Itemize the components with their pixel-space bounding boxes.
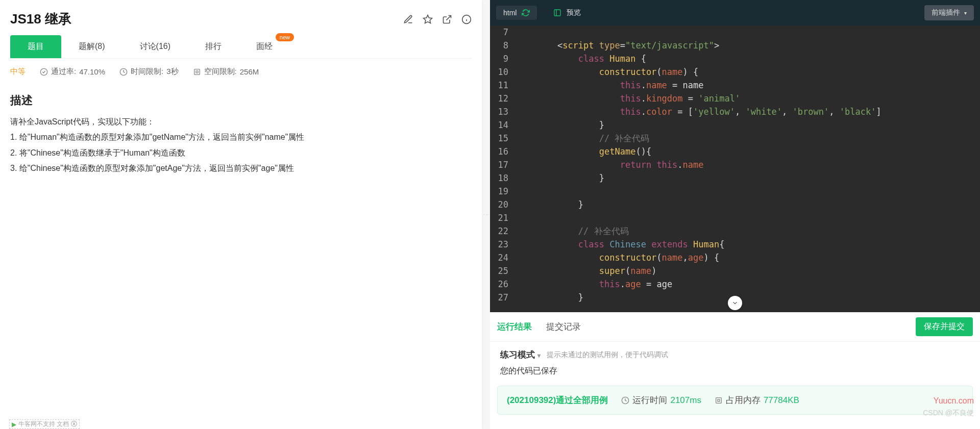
tab-solution[interactable]: 题解(8)	[61, 35, 122, 58]
title-actions	[403, 14, 472, 24]
difficulty: 中等	[10, 67, 26, 77]
problem-tabs: 题目 题解(8) 讨论(16) 排行 面经 new	[10, 35, 472, 59]
problem-title: JS18 继承	[10, 10, 71, 28]
result-bar: 运行结果 提交记录 保存并提交	[490, 312, 980, 342]
practice-row: 练习模式 ▾ 提示未通过的测试用例，便于代码调试	[490, 342, 980, 364]
code-editor[interactable]: 78 <script type="text/javascript">9 clas…	[490, 26, 980, 312]
tab-interview[interactable]: 面经 new	[239, 35, 290, 58]
refresh-icon[interactable]	[522, 9, 530, 17]
desc-line: 3. 给"Chinese"构造函数的原型对象添加"getAge"方法，返回当前实…	[10, 161, 472, 176]
svg-rect-7	[194, 69, 200, 74]
external-link-icon[interactable]	[442, 14, 452, 24]
run-time: 运行时间 2107ms	[621, 394, 701, 406]
time-limit-value: 3秒	[166, 67, 178, 77]
desc-line: 请补全JavaScript代码，实现以下功能：	[10, 114, 472, 130]
practice-label-text: 练习模式	[500, 350, 535, 360]
edit-icon[interactable]	[403, 14, 413, 24]
chevron-down-icon: ▾	[964, 10, 967, 16]
memory-value: 77784KB	[764, 395, 799, 406]
mem-limit-label: 空间限制:	[204, 67, 237, 77]
description: 请补全JavaScript代码，实现以下功能： 1. 给"Human"构造函数的…	[10, 114, 472, 176]
tab-discuss[interactable]: 讨论(16)	[122, 35, 188, 58]
editor-tab-preview[interactable]: 预览	[546, 5, 588, 20]
editor-bar: html 预览 前端插件 ▾	[490, 0, 980, 26]
time-limit: 时间限制: 3秒	[119, 67, 179, 77]
time-limit-label: 时间限制:	[131, 67, 163, 77]
bottom-placeholder: ▶ 牛客网不支持 文档 ⓧ	[9, 419, 80, 429]
pass-rate-label: 通过率:	[51, 67, 76, 77]
editor-tab-preview-label: 预览	[567, 8, 581, 17]
submit-button[interactable]: 保存并提交	[916, 317, 973, 336]
plugin-button[interactable]: 前端插件 ▾	[924, 5, 974, 20]
plugin-button-label: 前端插件	[932, 8, 960, 17]
tab-run-result[interactable]: 运行结果	[497, 321, 532, 333]
splitter[interactable]: ⋮	[482, 0, 490, 429]
run-time-label: 运行时间	[632, 394, 667, 406]
pass-rate-value: 47.10%	[79, 67, 105, 76]
tab-problem[interactable]: 题目	[10, 35, 61, 58]
memory-label: 占用内存	[726, 394, 761, 406]
bottom-placeholder-text: 牛客网不支持 文档	[18, 420, 69, 428]
collapse-button[interactable]	[728, 296, 742, 310]
mem-limit-value: 256M	[240, 67, 259, 76]
badge-new: new	[276, 33, 294, 41]
svg-point-5	[40, 68, 47, 75]
tab-submit-history[interactable]: 提交记录	[546, 321, 581, 333]
close-icon[interactable]: ⓧ	[71, 420, 77, 428]
editor-tab-html[interactable]: html	[496, 6, 537, 20]
svg-marker-0	[424, 15, 432, 23]
editor-panel: html 预览 前端插件 ▾ 78 <script type="text/jav…	[490, 0, 980, 429]
star-icon[interactable]	[423, 14, 433, 24]
svg-line-1	[446, 15, 451, 20]
desc-line: 2. 将"Chinese"构造函数继承于"Human"构造函数	[10, 145, 472, 161]
meta-row: 中等 通过率: 47.10% 时间限制: 3秒 空间限制: 256M	[10, 59, 472, 85]
pass-id: (202109392)通过全部用例	[507, 394, 608, 406]
chevron-down-icon[interactable]: ▾	[537, 352, 541, 359]
tab-interview-label: 面经	[256, 42, 273, 51]
problem-panel: JS18 继承 题目 题	[0, 0, 482, 429]
tab-rank[interactable]: 排行	[188, 35, 239, 58]
svg-rect-13	[718, 399, 720, 401]
svg-rect-12	[716, 397, 722, 403]
saved-message: 您的代码已保存	[490, 364, 980, 384]
editor-tab-html-label: html	[503, 9, 517, 17]
pass-rate: 通过率: 47.10%	[40, 67, 105, 77]
svg-rect-8	[196, 71, 198, 73]
practice-hint: 提示未通过的测试用例，便于代码调试	[547, 350, 668, 360]
run-time-value: 2107ms	[670, 395, 701, 406]
desc-line: 1. 给"Human"构造函数的原型对象添加"getName"方法，返回当前实例…	[10, 130, 472, 145]
pass-result-box: (202109392)通过全部用例 运行时间 2107ms 占用内存 77784…	[497, 386, 973, 415]
practice-label: 练习模式 ▾	[500, 349, 541, 361]
svg-rect-9	[554, 10, 560, 16]
memory: 占用内存 77784KB	[715, 394, 799, 406]
watermark: Yuucn.com	[934, 396, 974, 406]
desc-title: 描述	[10, 93, 472, 108]
watermark: CSDN @不良使	[923, 409, 974, 418]
info-icon[interactable]	[461, 14, 472, 24]
mem-limit: 空间限制: 256M	[193, 67, 259, 77]
